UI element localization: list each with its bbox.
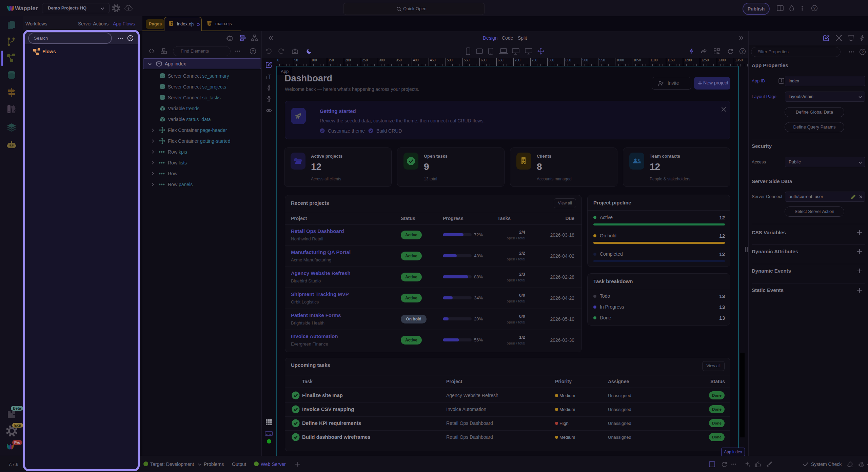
svg-text:T: T xyxy=(268,74,272,80)
svg-text:?: ? xyxy=(861,50,864,54)
svg-text:?: ? xyxy=(252,49,254,53)
svg-text:?: ? xyxy=(129,36,132,40)
svg-text:?: ? xyxy=(741,49,744,53)
svg-text:T: T xyxy=(265,76,268,79)
svg-text:?: ? xyxy=(813,6,815,10)
